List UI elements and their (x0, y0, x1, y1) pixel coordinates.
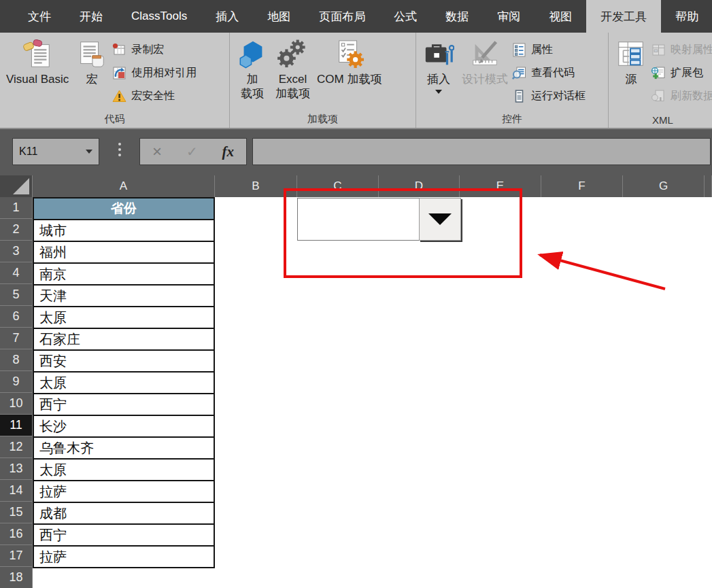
name-box[interactable]: K11 (12, 138, 99, 165)
macros-button[interactable]: 宏 (72, 35, 112, 88)
row-header-8[interactable]: 8 (0, 349, 33, 371)
column-header-C[interactable]: C (297, 175, 379, 197)
tab-file[interactable]: 文件 (14, 0, 65, 33)
tab-view[interactable]: 视图 (535, 0, 586, 33)
tab-formulas[interactable]: 公式 (379, 0, 431, 33)
row-header-1[interactable]: 1 (0, 197, 33, 219)
formula-bar-buttons: × ✓ fx (139, 138, 247, 165)
cell-A11[interactable]: 长沙 (33, 415, 215, 438)
expansion-packs-button[interactable]: 扩展包 (651, 61, 712, 84)
row-header-5[interactable]: 5 (0, 284, 33, 306)
tab-insert[interactable]: 插入 (201, 0, 253, 33)
tab-map[interactable]: 地图 (253, 0, 305, 33)
combobox-dropdown-button[interactable] (419, 198, 461, 241)
ribbon-group-title-xml: XML (609, 114, 712, 126)
cell-A4[interactable]: 南京 (33, 262, 215, 286)
row-header-7[interactable]: 7 (0, 328, 33, 349)
add-ins-button[interactable]: 加载项 (233, 35, 272, 103)
row-header-2[interactable]: 2 (0, 219, 33, 241)
row-header-16[interactable]: 16 (0, 523, 33, 545)
add-ins-label: 加载项 (241, 72, 264, 101)
insert-function-icon[interactable]: fx (222, 145, 235, 159)
row-header-4[interactable]: 4 (0, 262, 33, 284)
insert-control-button[interactable]: 插入 (419, 35, 458, 96)
cell-A16[interactable]: 西宁 (33, 523, 215, 547)
enter-icon[interactable]: ✓ (186, 145, 198, 158)
visual-basic-icon (21, 37, 54, 72)
map-properties-icon (651, 42, 666, 58)
tab-classtools[interactable]: ClassTools (117, 0, 201, 33)
cell-A7[interactable]: 石家庄 (33, 328, 215, 351)
ribbon-group-title-add-ins: 加载项 (230, 113, 416, 126)
column-header-D[interactable]: D (379, 175, 460, 197)
row-header-13[interactable]: 13 (0, 458, 33, 480)
visual-basic-button[interactable]: Visual Basic (3, 35, 72, 88)
chevron-down-icon[interactable] (435, 90, 442, 94)
row-header-18[interactable]: 18 (0, 567, 33, 588)
source-button[interactable]: 源 (611, 35, 651, 88)
com-add-ins-button[interactable]: COM 加载项 (313, 35, 385, 88)
properties-button[interactable]: 属性 (511, 38, 586, 61)
ribbon-group-add-ins: 加载项Excel加载项COM 加载项加载项 (230, 33, 416, 128)
cell-A12[interactable]: 乌鲁木齐 (33, 436, 215, 460)
map-properties-button[interactable]: 映射属性 (651, 38, 712, 61)
tab-page-layout[interactable]: 页面布局 (305, 0, 379, 33)
tab-review[interactable]: 审阅 (483, 0, 535, 33)
cell-A1-table-header[interactable]: 省份 (33, 197, 215, 220)
row-header-10[interactable]: 10 (0, 393, 33, 415)
row-header-14[interactable]: 14 (0, 480, 33, 502)
run-dialog-icon (511, 88, 527, 104)
cell-A14[interactable]: 拉萨 (33, 480, 215, 503)
view-code-button[interactable]: 查看代码 (511, 61, 586, 84)
select-all-corner[interactable] (0, 175, 33, 197)
cell-A15[interactable]: 成都 (33, 502, 215, 525)
use-relative-references-button[interactable]: 使用相对引用 (112, 61, 197, 84)
tab-home[interactable]: 开始 (65, 0, 117, 33)
column-header-G[interactable]: G (623, 175, 705, 197)
column-header-F[interactable]: F (541, 175, 623, 197)
cell-A6[interactable]: 太原 (33, 306, 215, 329)
row-header-11[interactable]: 11 (0, 415, 33, 436)
macro-security-button[interactable]: 宏安全性 (112, 84, 197, 107)
cancel-icon[interactable]: × (152, 143, 162, 160)
cell-A13[interactable]: 太原 (33, 458, 215, 481)
cell-A8[interactable]: 西安 (33, 349, 215, 373)
column-header-partial[interactable] (705, 175, 712, 197)
macro-security-icon (112, 88, 127, 104)
column-header-A[interactable]: A (33, 175, 215, 197)
view-code-icon (511, 65, 527, 81)
macro-icon (75, 37, 108, 72)
row-header-15[interactable]: 15 (0, 502, 33, 523)
row-header-17[interactable]: 17 (0, 545, 33, 567)
cell-A9[interactable]: 太原 (33, 371, 215, 394)
refresh-data-button[interactable]: 刷新数据 (651, 84, 712, 107)
column-header-E[interactable]: E (460, 175, 541, 197)
tab-developer[interactable]: 开发工具 (586, 0, 661, 33)
row-header-12[interactable]: 12 (0, 436, 33, 458)
design-mode-label: 设计模式 (462, 72, 508, 86)
name-box-dropdown-icon[interactable] (86, 150, 92, 154)
row-header-9[interactable]: 9 (0, 371, 33, 393)
column-header-B[interactable]: B (215, 175, 297, 197)
row-header-6[interactable]: 6 (0, 306, 33, 328)
formula-bar-separator-dots (118, 143, 121, 156)
tab-help[interactable]: 帮助 (661, 0, 712, 33)
ribbon-group-title-code: 代码 (0, 113, 229, 126)
tab-data[interactable]: 数据 (431, 0, 483, 33)
record-macro-button[interactable]: 录制宏 (112, 38, 197, 61)
cell-A2[interactable]: 城市 (33, 219, 215, 242)
run-dialog-label: 运行对话框 (531, 89, 586, 103)
cell-A17[interactable]: 拉萨 (33, 545, 215, 568)
cell-A3[interactable]: 福州 (33, 241, 215, 264)
cell-A5[interactable]: 天津 (33, 284, 215, 307)
run-dialog-button[interactable]: 运行对话框 (511, 84, 586, 107)
combobox-control[interactable] (297, 198, 461, 241)
formula-bar-row: K11 × ✓ fx (0, 129, 712, 175)
dropdown-arrow-icon (428, 213, 452, 225)
excel-add-ins-button[interactable]: Excel加载项 (272, 35, 313, 103)
design-mode-button[interactable]: 设计模式 (458, 35, 511, 88)
formula-input[interactable] (252, 138, 711, 165)
cell-A10[interactable]: 西宁 (33, 393, 215, 416)
visual-basic-label: Visual Basic (6, 72, 69, 86)
row-header-3[interactable]: 3 (0, 241, 33, 262)
